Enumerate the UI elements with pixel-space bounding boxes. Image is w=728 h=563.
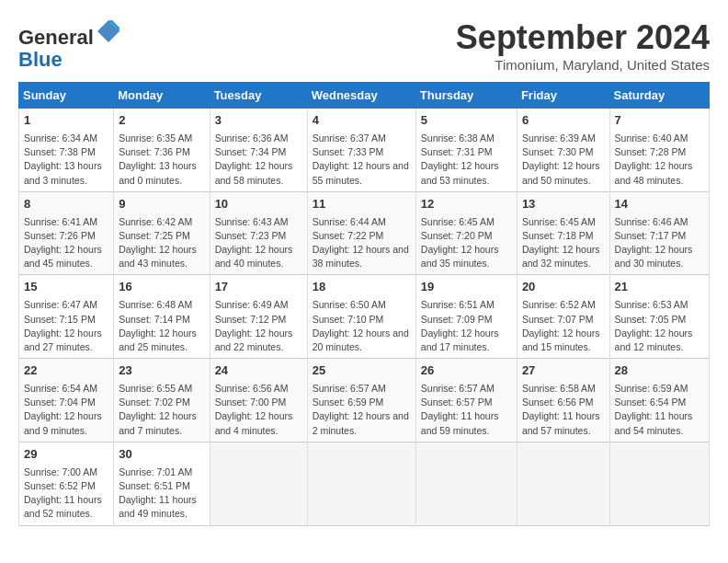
calendar-cell: 12 Sunrise: 6:45 AM Sunset: 7:20 PM Dayl… xyxy=(415,191,517,275)
cell-content: Sunrise: 7:00 AM Sunset: 6:52 PM Dayligh… xyxy=(24,465,108,522)
cell-content: Sunrise: 6:44 AM Sunset: 7:22 PM Dayligh… xyxy=(313,215,411,271)
day-number: 16 xyxy=(119,279,204,296)
cell-content: Sunrise: 6:39 AM Sunset: 7:30 PM Dayligh… xyxy=(522,132,605,188)
cell-content: Sunrise: 6:38 AM Sunset: 7:31 PM Dayligh… xyxy=(421,132,512,188)
calendar-cell: 26 Sunrise: 6:57 AM Sunset: 6:57 PM Dayl… xyxy=(415,359,517,442)
cell-content: Sunrise: 6:37 AM Sunset: 7:33 PM Dayligh… xyxy=(313,132,411,188)
day-number: 23 xyxy=(119,362,204,380)
day-number: 25 xyxy=(313,362,411,380)
cell-content: Sunrise: 6:45 AM Sunset: 7:20 PM Dayligh… xyxy=(421,215,512,271)
calendar-cell xyxy=(307,442,415,525)
day-number: 19 xyxy=(421,279,512,296)
calendar-cell: 22 Sunrise: 6:54 AM Sunset: 7:04 PM Dayl… xyxy=(19,359,114,442)
cell-content: Sunrise: 6:43 AM Sunset: 7:23 PM Dayligh… xyxy=(215,215,302,271)
day-number: 12 xyxy=(421,196,512,213)
calendar-cell: 24 Sunrise: 6:56 AM Sunset: 7:00 PM Dayl… xyxy=(210,359,307,442)
calendar-cell: 5 Sunrise: 6:38 AM Sunset: 7:31 PM Dayli… xyxy=(415,109,517,192)
calendar-cell: 20 Sunrise: 6:52 AM Sunset: 7:07 PM Dayl… xyxy=(517,275,609,359)
cell-content: Sunrise: 6:53 AM Sunset: 7:05 PM Dayligh… xyxy=(615,298,704,354)
calendar-cell: 7 Sunrise: 6:40 AM Sunset: 7:28 PM Dayli… xyxy=(609,109,709,192)
calendar-cell xyxy=(609,442,709,525)
cell-content: Sunrise: 6:58 AM Sunset: 6:56 PM Dayligh… xyxy=(522,382,605,438)
cell-content: Sunrise: 6:45 AM Sunset: 7:18 PM Dayligh… xyxy=(522,215,605,271)
day-number: 17 xyxy=(215,279,302,296)
calendar-cell: 1 Sunrise: 6:34 AM Sunset: 7:38 PM Dayli… xyxy=(19,109,114,192)
weekday-header: Tuesday xyxy=(210,83,307,109)
cell-content: Sunrise: 6:35 AM Sunset: 7:36 PM Dayligh… xyxy=(119,132,204,188)
calendar-cell: 15 Sunrise: 6:47 AM Sunset: 7:15 PM Dayl… xyxy=(19,275,114,359)
day-number: 15 xyxy=(24,279,108,296)
day-number: 28 xyxy=(615,362,704,380)
cell-content: Sunrise: 7:01 AM Sunset: 6:51 PM Dayligh… xyxy=(119,465,204,522)
calendar-cell xyxy=(415,442,517,525)
cell-content: Sunrise: 6:55 AM Sunset: 7:02 PM Dayligh… xyxy=(119,382,204,438)
day-number: 4 xyxy=(313,112,411,130)
calendar-cell: 25 Sunrise: 6:57 AM Sunset: 6:59 PM Dayl… xyxy=(307,359,415,442)
day-number: 18 xyxy=(313,279,411,296)
logo-general: General xyxy=(18,26,94,49)
day-number: 6 xyxy=(522,112,605,130)
calendar-cell: 4 Sunrise: 6:37 AM Sunset: 7:33 PM Dayli… xyxy=(307,109,415,192)
day-number: 11 xyxy=(313,196,411,213)
weekday-header: Friday xyxy=(517,83,609,109)
day-number: 30 xyxy=(119,446,204,464)
cell-content: Sunrise: 6:50 AM Sunset: 7:10 PM Dayligh… xyxy=(313,298,411,354)
calendar-cell: 28 Sunrise: 6:59 AM Sunset: 6:54 PM Dayl… xyxy=(609,359,709,442)
calendar-cell: 30 Sunrise: 7:01 AM Sunset: 6:51 PM Dayl… xyxy=(114,442,210,525)
calendar-cell: 3 Sunrise: 6:36 AM Sunset: 7:34 PM Dayli… xyxy=(210,109,307,192)
logo: General Blue xyxy=(18,18,121,71)
calendar-cell: 29 Sunrise: 7:00 AM Sunset: 6:52 PM Dayl… xyxy=(19,442,114,525)
cell-content: Sunrise: 6:59 AM Sunset: 6:54 PM Dayligh… xyxy=(615,382,704,438)
cell-content: Sunrise: 6:56 AM Sunset: 7:00 PM Dayligh… xyxy=(215,382,302,438)
day-number: 20 xyxy=(522,279,605,296)
calendar-cell: 17 Sunrise: 6:49 AM Sunset: 7:12 PM Dayl… xyxy=(210,275,307,359)
cell-content: Sunrise: 6:34 AM Sunset: 7:38 PM Dayligh… xyxy=(24,132,108,188)
calendar-table: SundayMondayTuesdayWednesdayThursdayFrid… xyxy=(18,82,710,526)
calendar-cell xyxy=(210,442,307,525)
cell-content: Sunrise: 6:51 AM Sunset: 7:09 PM Dayligh… xyxy=(421,298,512,354)
cell-content: Sunrise: 6:40 AM Sunset: 7:28 PM Dayligh… xyxy=(615,132,704,188)
page-header: General Blue September 2024 Timonium, Ma… xyxy=(18,18,710,73)
calendar-cell: 18 Sunrise: 6:50 AM Sunset: 7:10 PM Dayl… xyxy=(307,275,415,359)
calendar-cell: 19 Sunrise: 6:51 AM Sunset: 7:09 PM Dayl… xyxy=(415,275,517,359)
calendar-cell: 14 Sunrise: 6:46 AM Sunset: 7:17 PM Dayl… xyxy=(609,191,709,275)
weekday-header: Wednesday xyxy=(307,83,415,109)
calendar-cell: 16 Sunrise: 6:48 AM Sunset: 7:14 PM Dayl… xyxy=(114,275,210,359)
calendar-cell: 27 Sunrise: 6:58 AM Sunset: 6:56 PM Dayl… xyxy=(517,359,609,442)
day-number: 29 xyxy=(24,446,108,464)
weekday-header-row: SundayMondayTuesdayWednesdayThursdayFrid… xyxy=(19,83,710,109)
cell-content: Sunrise: 6:47 AM Sunset: 7:15 PM Dayligh… xyxy=(24,298,108,354)
calendar-week-row: 15 Sunrise: 6:47 AM Sunset: 7:15 PM Dayl… xyxy=(19,275,710,359)
calendar-cell: 11 Sunrise: 6:44 AM Sunset: 7:22 PM Dayl… xyxy=(307,191,415,275)
calendar-cell: 2 Sunrise: 6:35 AM Sunset: 7:36 PM Dayli… xyxy=(114,109,210,192)
day-number: 9 xyxy=(119,196,204,213)
calendar-cell: 6 Sunrise: 6:39 AM Sunset: 7:30 PM Dayli… xyxy=(517,109,609,192)
calendar-cell xyxy=(517,442,609,525)
day-number: 7 xyxy=(615,112,704,130)
month-title: September 2024 xyxy=(456,18,710,57)
cell-content: Sunrise: 6:48 AM Sunset: 7:14 PM Dayligh… xyxy=(119,298,204,354)
weekday-header: Thursday xyxy=(415,83,517,109)
calendar-week-row: 1 Sunrise: 6:34 AM Sunset: 7:38 PM Dayli… xyxy=(19,109,710,192)
day-number: 24 xyxy=(215,362,302,380)
calendar-week-row: 29 Sunrise: 7:00 AM Sunset: 6:52 PM Dayl… xyxy=(19,442,710,525)
day-number: 21 xyxy=(615,279,704,296)
cell-content: Sunrise: 6:49 AM Sunset: 7:12 PM Dayligh… xyxy=(215,298,302,354)
logo-icon xyxy=(96,18,121,44)
cell-content: Sunrise: 6:52 AM Sunset: 7:07 PM Dayligh… xyxy=(522,298,605,354)
cell-content: Sunrise: 6:36 AM Sunset: 7:34 PM Dayligh… xyxy=(215,132,302,188)
day-number: 1 xyxy=(24,112,108,130)
logo-blue: Blue xyxy=(18,48,63,71)
day-number: 3 xyxy=(215,112,302,130)
day-number: 5 xyxy=(421,112,512,130)
cell-content: Sunrise: 6:46 AM Sunset: 7:17 PM Dayligh… xyxy=(615,215,704,271)
title-block: September 2024 Timonium, Maryland, Unite… xyxy=(456,18,710,73)
day-number: 2 xyxy=(119,112,204,130)
calendar-cell: 23 Sunrise: 6:55 AM Sunset: 7:02 PM Dayl… xyxy=(114,359,210,442)
day-number: 27 xyxy=(522,362,605,380)
calendar-cell: 9 Sunrise: 6:42 AM Sunset: 7:25 PM Dayli… xyxy=(114,191,210,275)
weekday-header: Sunday xyxy=(19,83,114,109)
cell-content: Sunrise: 6:57 AM Sunset: 6:57 PM Dayligh… xyxy=(421,382,512,438)
day-number: 22 xyxy=(24,362,108,380)
day-number: 10 xyxy=(215,196,302,213)
